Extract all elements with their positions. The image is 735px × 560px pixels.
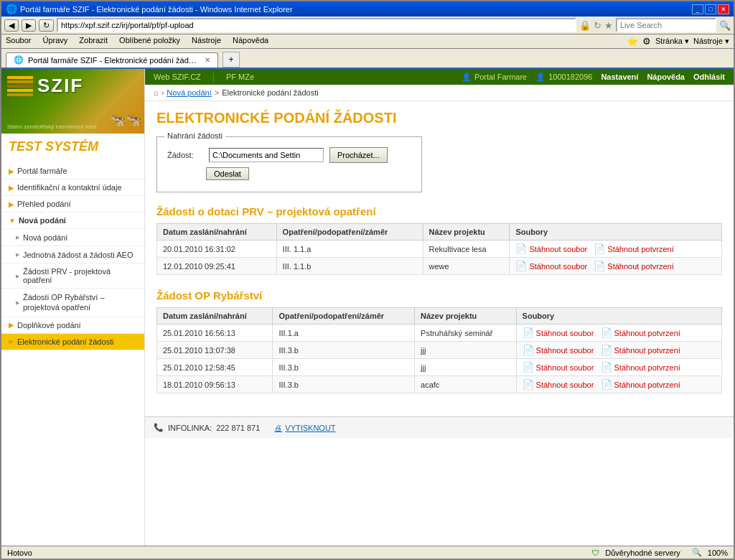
- close-button[interactable]: ✕: [718, 4, 729, 14]
- ryb-pdf-icon-confirm-0: 📄: [601, 327, 612, 338]
- print-link[interactable]: 🖨 VYTISKNOUT: [274, 424, 335, 432]
- ryb-cell-files: 📄Stáhnout soubor 📄Stáhnout potvrzení: [516, 359, 721, 376]
- active-tab[interactable]: 🌐 Portál farmáře SZIF - Elektronické pod…: [6, 52, 218, 67]
- test-system-label: TEST SYSTÉM: [9, 139, 137, 154]
- ryb-cell-project: Pstruhářský seminář: [415, 325, 517, 342]
- pdf-icon-file-0: 📄: [515, 243, 527, 254]
- file-path-input[interactable]: [209, 148, 324, 162]
- ryb-pdf-icon-file-1: 📄: [523, 345, 534, 355]
- browser-icon: 🌐: [6, 4, 17, 14]
- top-nav-right: 👤 Portal Farmare 👤 1000182096 Nastavení …: [462, 73, 725, 82]
- rybarstvi-section-title: Žádost OP Rybářství: [156, 289, 722, 302]
- infolinka-number: 222 871 871: [216, 424, 260, 432]
- nav-user-id[interactable]: 👤 1000182096: [535, 73, 592, 82]
- status-bar: Hotovo 🛡 Důvěryhodné servery 🔍 100%: [1, 546, 734, 559]
- nav-pf-mze[interactable]: PF MZe: [226, 73, 254, 81]
- ryb-pdf-icon-confirm-3: 📄: [601, 379, 612, 390]
- nav-odhlesit[interactable]: Odhlásit: [693, 73, 725, 81]
- prv-download-confirm-0[interactable]: 📄Stáhnout potvrzení: [594, 243, 673, 254]
- upload-section: Nahrání žádosti Žádost: Procházet... Ode…: [156, 136, 422, 192]
- tools-icon[interactable]: ⚙: [642, 36, 651, 47]
- sidebar-item-jednotna[interactable]: ▸ Jednotná žádost a žádosti AEO: [1, 246, 144, 263]
- ryb-cell-files: 📄Stáhnout soubor 📄Stáhnout potvrzení: [516, 376, 721, 393]
- menu-upravy[interactable]: Úpravy: [42, 36, 67, 47]
- favorites-icon[interactable]: ⭐: [627, 36, 638, 47]
- new-tab-button[interactable]: +: [223, 52, 240, 67]
- prv-table-row: 12.01.2010 09:25:41 III. 1.1.b wewe 📄Stá…: [157, 258, 722, 275]
- send-button[interactable]: Odeslat: [206, 167, 249, 180]
- prv-download-confirm-1[interactable]: 📄Stáhnout potvrzení: [594, 261, 673, 271]
- page-menu-label[interactable]: Stránka ▾: [655, 37, 689, 46]
- prv-download-file-1[interactable]: 📄Stáhnout soubor: [515, 261, 587, 271]
- page-footer: 📞 INFOLINKA: 222 871 871 🖨 VYTISKNOUT: [145, 416, 734, 438]
- ryb-download-confirm-0[interactable]: 📄Stáhnout potvrzení: [601, 327, 680, 338]
- ryb-table-row: 25.01.2010 13:07:38 III.3.b jjj 📄Stáhnou…: [157, 342, 722, 359]
- szif-logo-text: SZIF: [37, 75, 83, 97]
- star-icon[interactable]: ★: [604, 20, 613, 31]
- sidebar-item-portal-farmhare[interactable]: ▶ Portál farmáře: [1, 163, 144, 179]
- szif-subtitle: Státní zemědělský intervenční fond: [7, 121, 97, 131]
- sidebar-item-zadosti-op[interactable]: ▸ Žádosti OP Rybářství – projektová opat…: [1, 289, 144, 317]
- home-icon[interactable]: ⌂: [154, 88, 159, 97]
- top-navigation: Web SZIF.CZ | PF MZe 👤 Portal Farmare 👤 …: [145, 69, 734, 85]
- address-input[interactable]: [57, 18, 576, 32]
- ryb-col-project: Název projektu: [415, 308, 517, 325]
- prv-cell-date: 12.01.2010 09:25:41: [157, 258, 277, 275]
- browse-button[interactable]: Procházet...: [329, 147, 388, 163]
- nav-nastaveni[interactable]: Nastavení: [601, 73, 638, 81]
- sidebar-item-nova-podani[interactable]: ▼ Nová podání: [1, 213, 144, 229]
- ryb-cell-files: 📄Stáhnout soubor 📄Stáhnout potvrzení: [516, 325, 721, 342]
- ryb-download-file-2[interactable]: 📄Stáhnout soubor: [523, 362, 594, 373]
- sidebar-item-doplnkove[interactable]: ▶ Doplňkové podání: [1, 317, 144, 334]
- menu-nastroje[interactable]: Nástroje: [192, 36, 221, 47]
- ryb-table-row: 18.01.2010 09:56:13 III.3.b acafc 📄Stáhn…: [157, 376, 722, 393]
- menu-napoveda[interactable]: Nápověda: [233, 36, 268, 47]
- arrow-icon-1: ▶: [9, 184, 14, 192]
- page-content: SZIF Státní zemědělský intervenční fond …: [1, 69, 734, 546]
- bullet-icon-4: ▸: [16, 233, 20, 242]
- window-controls[interactable]: _ □ ✕: [692, 4, 729, 14]
- forward-button[interactable]: ▶: [22, 19, 36, 32]
- tab-close-button[interactable]: ✕: [205, 56, 210, 64]
- send-row: Odeslat: [167, 167, 411, 180]
- ryb-cell-project: jjj: [415, 342, 517, 359]
- ryb-cell-project: jjj: [415, 359, 517, 376]
- prv-download-file-0[interactable]: 📄Stáhnout soubor: [515, 243, 587, 254]
- cattle-icon: 🐄🐄: [110, 112, 141, 128]
- breadcrumb-link[interactable]: Nová podání: [167, 88, 211, 97]
- menu-zobrazit[interactable]: Zobrazit: [79, 36, 108, 47]
- minimize-button[interactable]: _: [692, 4, 703, 14]
- ryb-pdf-icon-file-3: 📄: [523, 379, 534, 390]
- person2-icon: 👤: [535, 73, 546, 82]
- prv-cell-date: 20.01.2010 16:31:02: [157, 241, 277, 258]
- nav-web-szif[interactable]: Web SZIF.CZ: [154, 73, 201, 81]
- arrow-icon-8: ▶: [9, 321, 14, 329]
- back-button[interactable]: ◀: [4, 19, 19, 32]
- refresh-button[interactable]: ↻: [39, 19, 54, 32]
- ryb-col-op: Opatření/podopatření/záměr: [273, 308, 415, 325]
- sidebar-item-zadosti-prv[interactable]: ▸ Žádosti PRV - projektová opatření: [1, 263, 144, 289]
- ryb-download-file-1[interactable]: 📄Stáhnout soubor: [523, 345, 594, 355]
- ryb-download-confirm-2[interactable]: 📄Stáhnout potvrzení: [601, 362, 680, 373]
- sidebar-item-prehled[interactable]: ▶ Přehled podání: [1, 196, 144, 213]
- rybarstvi-table-header: Datum zaslání/nahrání Opatření/podopatře…: [157, 308, 722, 325]
- maximize-button[interactable]: □: [705, 4, 716, 14]
- search-button[interactable]: 🔍: [719, 20, 731, 31]
- sidebar-item-elektronicke[interactable]: ▶ Elektronické podání žádosti: [1, 334, 144, 350]
- menu-soubor[interactable]: Soubor: [6, 36, 31, 47]
- ryb-download-file-0[interactable]: 📄Stáhnout soubor: [523, 327, 594, 338]
- sidebar-item-identifikacni[interactable]: ▶ Identifikační a kontaktní údaje: [1, 179, 144, 196]
- ryb-download-file-3[interactable]: 📄Stáhnout soubor: [523, 379, 594, 390]
- nav-napoveda[interactable]: Nápověda: [647, 73, 685, 81]
- ryb-pdf-icon-file-2: 📄: [523, 362, 534, 373]
- tools-menu-label[interactable]: Nástroje ▾: [693, 37, 729, 46]
- sidebar-item-nova-podani-sub[interactable]: ▸ Nová podání: [1, 229, 144, 246]
- address-bar: 🔒 ↻ ★: [57, 18, 613, 32]
- ryb-download-confirm-1[interactable]: 📄Stáhnout potvrzení: [601, 345, 680, 355]
- szif-stripes-icon: [7, 76, 33, 96]
- search-input[interactable]: [616, 18, 716, 32]
- menu-oblibene[interactable]: Oblíbené položky: [119, 36, 180, 47]
- ryb-cell-op: III.1.a: [273, 325, 415, 342]
- nav-portal-farmare[interactable]: 👤 Portal Farmare: [462, 73, 527, 82]
- ryb-download-confirm-3[interactable]: 📄Stáhnout potvrzení: [601, 379, 680, 390]
